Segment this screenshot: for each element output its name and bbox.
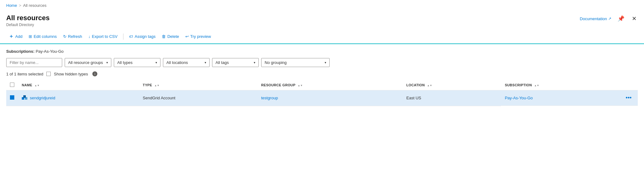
- subscriptions-key: Subscriptions:: [6, 49, 35, 54]
- resource-group-link[interactable]: testgroup: [261, 96, 278, 100]
- delete-label: Delete: [167, 34, 179, 39]
- col-loc-sort: ▲▼: [427, 84, 432, 87]
- add-button[interactable]: ＋ Add: [6, 32, 25, 41]
- table-header: NAME ▲▼ TYPE ▲▼ RESOURCE GROUP ▲▼ LOCATI…: [6, 80, 638, 90]
- col-sub-sort: ▲▼: [534, 84, 540, 87]
- row-checkbox[interactable]: [10, 95, 14, 100]
- delete-button[interactable]: 🗑 Delete: [159, 33, 182, 40]
- add-label: Add: [15, 34, 22, 39]
- add-icon: ＋: [9, 33, 14, 40]
- col-resource-group[interactable]: RESOURCE GROUP ▲▼: [257, 80, 403, 90]
- row-rg-cell: testgroup: [257, 90, 403, 106]
- export-button[interactable]: ↓ Export to CSV: [86, 33, 120, 40]
- page-title-block: All resources Default Directory: [6, 14, 49, 27]
- col-rg-label: RESOURCE GROUP: [261, 83, 295, 87]
- content: Subscriptions: Pay-As-You-Go All resourc…: [0, 44, 644, 111]
- assign-tags-label: Assign tags: [135, 34, 155, 39]
- filter-by-name-input[interactable]: [6, 58, 62, 67]
- row-type-cell: SendGrid Account: [139, 90, 257, 106]
- refresh-label: Refresh: [68, 34, 82, 39]
- tags-label: All tags: [215, 60, 229, 65]
- columns-icon: ⊞: [29, 34, 32, 39]
- tags-icon: 🏷: [129, 34, 133, 39]
- page-header: All resources Default Directory Document…: [0, 11, 644, 29]
- pin-button[interactable]: 📌: [616, 14, 626, 23]
- refresh-icon: ↻: [63, 34, 67, 39]
- col-rg-sort: ▲▼: [298, 84, 303, 87]
- table-row[interactable]: sendgridjureid SendGrid Account testgrou…: [6, 90, 638, 106]
- col-loc-label: LOCATION: [406, 83, 425, 87]
- resource-groups-label: All resource groups: [68, 60, 103, 65]
- toolbar: ＋ Add ⊞ Edit columns ↻ Refresh ↓ Export …: [0, 29, 644, 44]
- table-body: sendgridjureid SendGrid Account testgrou…: [6, 90, 638, 106]
- show-hidden-label: Show hidden types: [54, 72, 88, 76]
- documentation-label: Documentation: [580, 16, 607, 21]
- try-preview-label: Try preview: [190, 34, 211, 39]
- col-name-sort: ▲▼: [35, 84, 40, 87]
- show-hidden-checkbox[interactable]: [46, 72, 51, 76]
- breadcrumb-separator: >: [19, 3, 21, 8]
- select-all-checkbox[interactable]: [10, 83, 14, 87]
- svg-rect-2: [23, 95, 26, 98]
- toolbar-separator: [123, 34, 123, 40]
- tags-chevron: ▾: [254, 61, 255, 64]
- col-name[interactable]: NAME ▲▼: [18, 80, 139, 90]
- col-type-label: TYPE: [143, 83, 152, 87]
- resources-table: NAME ▲▼ TYPE ▲▼ RESOURCE GROUP ▲▼ LOCATI…: [6, 80, 638, 106]
- types-filter[interactable]: All types ▾: [114, 58, 160, 67]
- more-options-button[interactable]: •••: [623, 93, 634, 102]
- assign-tags-button[interactable]: 🏷 Assign tags: [127, 33, 158, 40]
- info-icon: i: [92, 71, 97, 76]
- refresh-button[interactable]: ↻ Refresh: [61, 33, 85, 40]
- subscriptions-value: Pay-As-You-Go: [36, 49, 64, 54]
- close-icon: ✕: [632, 16, 637, 22]
- resource-location: East US: [406, 96, 421, 100]
- grouping-label: No grouping: [265, 60, 287, 65]
- locations-chevron: ▾: [205, 61, 206, 64]
- locations-filter[interactable]: All locations ▾: [163, 58, 210, 67]
- col-sub-label: SUBSCRIPTION: [505, 83, 532, 87]
- documentation-link[interactable]: Documentation ↗: [580, 16, 611, 21]
- types-chevron: ▾: [155, 61, 157, 64]
- header-actions: Documentation ↗ 📌 ✕: [580, 14, 638, 23]
- resource-groups-chevron: ▾: [106, 61, 108, 64]
- grouping-chevron: ▾: [325, 61, 326, 64]
- breadcrumb-home[interactable]: Home: [6, 3, 17, 8]
- tags-filter[interactable]: All tags ▾: [212, 58, 259, 67]
- row-location-cell: East US: [403, 90, 501, 106]
- col-name-label: NAME: [22, 83, 32, 87]
- resource-icon: [22, 95, 27, 101]
- resource-type: SendGrid Account: [143, 96, 175, 100]
- breadcrumb-current: All resources: [23, 3, 46, 8]
- page-subtitle: Default Directory: [6, 23, 49, 27]
- resource-groups-filter[interactable]: All resource groups ▾: [65, 58, 111, 67]
- edit-columns-button[interactable]: ⊞ Edit columns: [26, 33, 59, 40]
- delete-icon: 🗑: [162, 34, 166, 39]
- page-title: All resources: [6, 14, 49, 22]
- preview-icon: ↩: [185, 34, 189, 39]
- col-type[interactable]: TYPE ▲▼: [139, 80, 257, 90]
- col-type-sort: ▲▼: [155, 84, 160, 87]
- edit-columns-label: Edit columns: [34, 34, 57, 39]
- close-button[interactable]: ✕: [631, 14, 638, 23]
- col-subscription[interactable]: SUBSCRIPTION ▲▼: [501, 80, 638, 90]
- breadcrumb: Home > All resources: [0, 0, 644, 11]
- row-subscription-cell: Pay-As-You-Go •••: [501, 90, 638, 106]
- resource-name[interactable]: sendgridjureid: [30, 96, 55, 100]
- row-name-cell: sendgridjureid: [18, 90, 139, 106]
- col-location[interactable]: LOCATION ▲▼: [403, 80, 501, 90]
- selection-bar: 1 of 1 items selected Show hidden types …: [6, 71, 638, 76]
- export-icon: ↓: [88, 34, 90, 39]
- subscription-link[interactable]: Pay-As-You-Go: [505, 96, 533, 100]
- export-label: Export to CSV: [92, 34, 118, 39]
- grouping-filter[interactable]: No grouping ▾: [261, 58, 330, 67]
- filters-row: All resource groups ▾ All types ▾ All lo…: [6, 58, 638, 67]
- subscriptions-info: Subscriptions: Pay-As-You-Go: [6, 49, 638, 54]
- external-link-icon: ↗: [608, 16, 611, 21]
- try-preview-button[interactable]: ↩ Try preview: [183, 33, 214, 40]
- locations-label: All locations: [166, 60, 188, 65]
- pin-icon: 📌: [618, 16, 624, 22]
- types-label: All types: [117, 60, 132, 65]
- items-selected-count: 1 of 1 items selected: [6, 72, 43, 76]
